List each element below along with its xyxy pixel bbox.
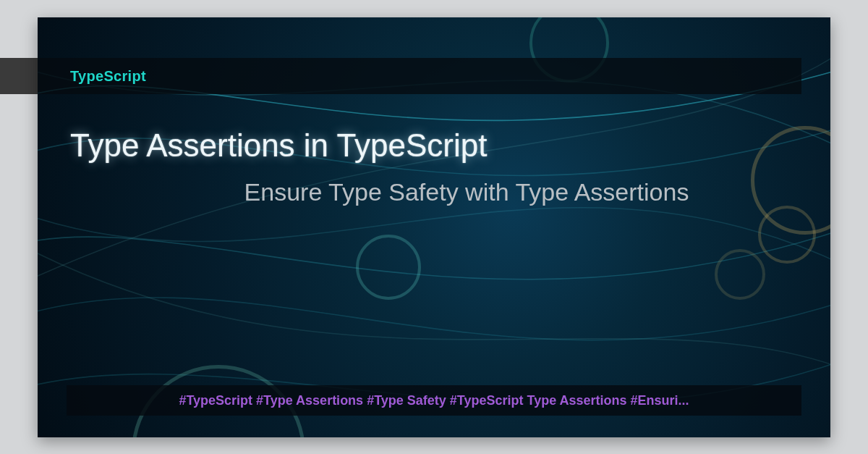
decor-circle <box>758 206 816 264</box>
page-title: Type Assertions in TypeScript <box>70 127 487 164</box>
hero-card: TypeScript Type Assertions in TypeScript… <box>38 17 830 437</box>
tag-band: #TypeScript #Type Assertions #Type Safet… <box>67 385 801 416</box>
left-accent-bar <box>0 58 38 94</box>
decor-circle <box>715 249 765 300</box>
hashtags: #TypeScript #Type Assertions #Type Safet… <box>179 393 689 408</box>
decor-circle <box>356 235 421 300</box>
category-band: TypeScript <box>38 58 801 94</box>
page-subtitle: Ensure Type Safety with Type Assertions <box>38 178 830 206</box>
category-label: TypeScript <box>70 68 146 85</box>
